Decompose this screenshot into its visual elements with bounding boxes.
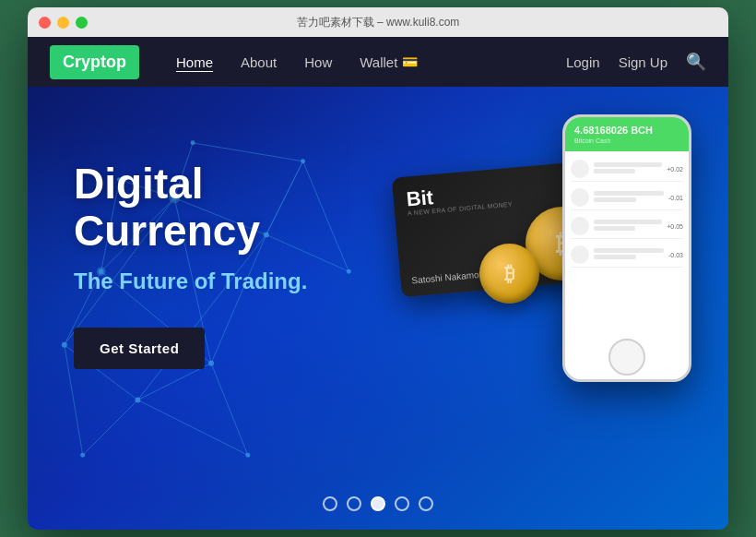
line-short	[594, 169, 635, 173]
transaction-text	[594, 162, 662, 175]
dot-3[interactable]	[371, 496, 385, 511]
nav-link-how[interactable]: How	[304, 54, 332, 70]
title-bar: 苦力吧素材下载 – www.kuli8.com	[28, 7, 728, 37]
line-short-3	[594, 226, 635, 231]
transaction-amount-4: -0.03	[668, 252, 683, 258]
transaction-amount-3: +0.05	[667, 223, 683, 230]
bitcoin-coin-2: ₿	[479, 244, 539, 304]
svg-point-29	[245, 453, 250, 458]
hero-images: Bit A NEW ERA OF DIGITAL MONEY Satoshi N…	[378, 114, 691, 483]
phone-mockup: 4.68168026 BCH Bitcoin Cash +0.02	[562, 114, 691, 382]
phone-amount: 4.68168026 BCH	[574, 125, 679, 136]
get-started-button[interactable]: Get Started	[74, 328, 205, 369]
nav-link-wallet[interactable]: Wallet 💳	[360, 54, 418, 70]
phone-home-button[interactable]	[608, 339, 645, 376]
hero-content: Digital Currency The Future of Trading. …	[28, 87, 413, 406]
carousel-dots	[323, 496, 433, 511]
svg-point-32	[80, 453, 85, 458]
dot-1[interactable]	[323, 496, 337, 511]
phone-transaction-2: -0.01	[571, 185, 683, 210]
transaction-text-3	[594, 220, 662, 233]
transaction-text-4	[594, 248, 664, 261]
nav-links: Home About How Wallet 💳	[176, 54, 566, 70]
navbar: Cryptop Home About How Wallet 💳 Login Si…	[28, 37, 728, 87]
minimize-button[interactable]	[57, 17, 69, 29]
line-full	[594, 162, 662, 167]
window-title: 苦力吧素材下载 – www.kuli8.com	[297, 15, 460, 30]
transaction-text-2	[594, 191, 664, 204]
hero-title: Digital Currency	[74, 161, 367, 254]
dot-2[interactable]	[347, 496, 361, 511]
line-short-4	[594, 255, 636, 259]
hero-section: Digital Currency The Future of Trading. …	[28, 87, 728, 530]
hero-subtitle: The Future of Trading.	[74, 268, 367, 294]
line-full-2	[594, 191, 664, 196]
logo[interactable]: Cryptop	[50, 45, 139, 79]
wallet-icon: 💳	[402, 54, 418, 69]
phone-screen: 4.68168026 BCH Bitcoin Cash +0.02	[565, 117, 689, 379]
window-controls	[39, 17, 88, 29]
phone-transaction-1: +0.02	[571, 157, 683, 182]
maximize-button[interactable]	[76, 17, 88, 29]
transaction-icon-3	[571, 217, 589, 235]
phone-transaction-4: -0.03	[571, 243, 683, 268]
svg-line-18	[83, 400, 138, 456]
nav-right: Login Sign Up 🔍	[566, 52, 706, 72]
line-short-2	[594, 197, 636, 202]
svg-line-13	[137, 400, 247, 456]
transaction-amount: +0.02	[667, 166, 683, 173]
transaction-amount-2: -0.01	[668, 195, 683, 201]
search-icon[interactable]: 🔍	[686, 52, 706, 72]
line-full-4	[594, 248, 664, 253]
transaction-icon	[571, 160, 589, 178]
transaction-icon-4	[571, 245, 589, 264]
phone-status-bar: 4.68168026 BCH Bitcoin Cash	[565, 117, 689, 151]
dot-4[interactable]	[395, 496, 409, 511]
nav-link-about[interactable]: About	[241, 54, 277, 70]
transaction-icon-2	[571, 188, 589, 207]
browser-window: 苦力吧素材下载 – www.kuli8.com Cryptop Home Abo…	[28, 7, 728, 530]
wallet-label: Wallet	[360, 54, 397, 70]
phone-currency-label: Bitcoin Cash	[574, 137, 679, 144]
nav-link-login[interactable]: Login	[566, 54, 600, 70]
close-button[interactable]	[39, 17, 51, 29]
dot-5[interactable]	[419, 496, 433, 511]
nav-link-home[interactable]: Home	[176, 54, 213, 70]
phone-transaction-3: +0.05	[571, 214, 683, 239]
phone-transactions: +0.02 -0.01	[565, 151, 689, 335]
line-full-3	[594, 220, 662, 224]
nav-link-signup[interactable]: Sign Up	[619, 54, 667, 70]
